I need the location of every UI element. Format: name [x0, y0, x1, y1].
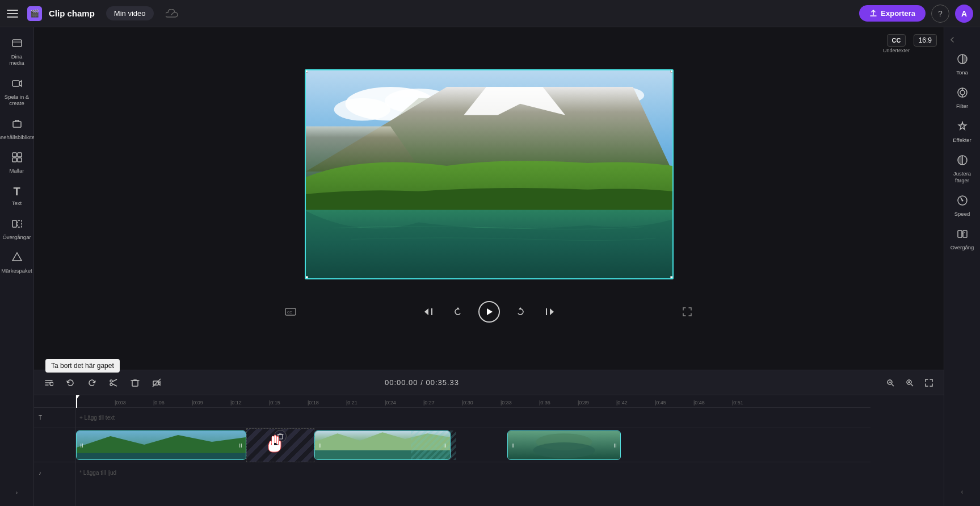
time-current: 00:00.00 — [385, 378, 418, 387]
sidebar-item-brand[interactable]: Märkespaket — [2, 247, 32, 278]
avatar-button[interactable]: A — [955, 5, 973, 23]
track-labels-column: T ♪ — [34, 395, 76, 506]
corner-handle-br[interactable] — [670, 276, 674, 279]
forward-button[interactable] — [511, 303, 529, 321]
text-track-icon: T — [39, 415, 42, 421]
right-panel-filter[interactable]: Filter — [946, 82, 979, 114]
zoom-out-button[interactable] — [882, 375, 898, 391]
sidebar-expand-button[interactable]: › — [16, 490, 18, 500]
video-frame — [306, 70, 672, 278]
audio-track-label: ♪ — [34, 462, 75, 483]
ruler-tick-16: |0:51 — [732, 400, 743, 405]
main-content: Dina media Spela in & create Innehållsbi… — [0, 27, 980, 506]
cut-button[interactable] — [106, 375, 121, 391]
time-total: / 00:35.33 — [420, 378, 459, 387]
svg-point-58 — [960, 90, 965, 95]
zoom-in-button[interactable] — [902, 375, 918, 391]
svg-line-41 — [891, 384, 894, 386]
delete-button[interactable] — [127, 375, 143, 391]
gap-delete-icon[interactable] — [274, 430, 287, 442]
export-button[interactable]: Exportera — [859, 5, 926, 22]
right-sidebar-collapse[interactable] — [944, 33, 980, 47]
svg-rect-8 — [12, 220, 16, 227]
clip-block-1[interactable]: ⏸ ⏸ — [76, 430, 246, 460]
templates-icon — [11, 152, 23, 166]
aspect-ratio-badge[interactable]: 16:9 — [914, 34, 937, 47]
gap-tooltip: Ta bort det här gapet — [45, 359, 120, 373]
library-icon — [11, 118, 23, 132]
video-preview-container[interactable] — [305, 69, 674, 279]
play-button[interactable] — [478, 301, 500, 323]
rewind-button[interactable] — [449, 303, 467, 321]
text-icon: T — [13, 185, 20, 198]
zoom-controls — [882, 375, 937, 391]
clip-block-2[interactable]: ⏸ ⏸ — [314, 430, 451, 460]
playback-controls: CC — [43, 295, 935, 328]
audio-track-icon: ♪ — [39, 470, 41, 476]
svg-rect-52 — [315, 450, 450, 459]
skip-forward-button[interactable] — [541, 303, 559, 321]
add-text-label[interactable]: + Lägg till text — [79, 415, 115, 421]
brand-label: Märkespaket — [1, 267, 32, 274]
clip-handle-right-1[interactable]: ⏸ — [238, 442, 243, 449]
svg-rect-4 — [12, 153, 16, 157]
project-name-button[interactable]: Min video — [106, 6, 154, 20]
undo-button[interactable] — [62, 375, 78, 391]
sidebar-item-templates[interactable]: Mallar — [2, 147, 32, 178]
redo-button[interactable] — [84, 375, 100, 391]
ruler-tick-3: |0:12 — [230, 400, 242, 405]
sidebar-item-transitions[interactable]: Övergångar — [2, 214, 32, 245]
right-panel-transition[interactable]: Övergång — [946, 224, 979, 255]
clip-handle-right-3[interactable]: ⏸ — [612, 442, 618, 449]
app-logo-icon: 🎬 — [27, 6, 42, 21]
right-panel-effects[interactable]: Effekter — [946, 116, 979, 148]
timeline-scroll-area[interactable]: |0:03 |0:06 |0:09 |0:12 |0:15 |0:18 |0:2… — [76, 395, 944, 506]
cloud-sync-icon — [165, 7, 179, 20]
fullscreen-button[interactable] — [678, 303, 696, 321]
sidebar-item-text[interactable]: T Text — [2, 181, 32, 211]
corner-handle-tr[interactable] — [670, 69, 674, 73]
media-label: Dina media — [4, 53, 30, 66]
captions-button[interactable]: CC — [281, 303, 300, 321]
sidebar-item-media[interactable]: Dina media — [2, 33, 32, 71]
clip-handle-right-2[interactable]: ⏸ — [442, 442, 448, 449]
playhead-line[interactable] — [76, 395, 77, 408]
detach-audio-button[interactable] — [149, 375, 165, 391]
ruler-label-spacer — [34, 395, 75, 408]
clip-handle-left-2[interactable]: ⏸ — [317, 442, 323, 449]
svg-marker-51 — [315, 432, 450, 450]
corner-handle-bl[interactable] — [305, 276, 308, 279]
tone-icon — [957, 53, 968, 68]
svg-rect-6 — [12, 158, 16, 162]
video-svg — [306, 70, 672, 278]
right-panel-color[interactable]: Justera färger — [946, 150, 979, 188]
snap-button[interactable] — [41, 375, 57, 391]
timeline-expand-button[interactable] — [921, 375, 937, 391]
svg-point-31 — [50, 382, 53, 386]
library-label: Innehållsbibliotek — [0, 134, 37, 140]
right-panel-tone[interactable]: Tona — [946, 49, 979, 80]
skip-back-button[interactable] — [419, 303, 438, 321]
filter-label: Filter — [956, 103, 968, 109]
svg-rect-1 — [12, 40, 22, 47]
gap-block[interactable] — [246, 428, 314, 462]
sidebar-item-library[interactable]: Innehållsbibliotek — [2, 114, 32, 145]
app-name-label: Clip champ — [49, 9, 95, 18]
help-button[interactable]: ? — [931, 5, 949, 23]
sidebar-item-record[interactable]: Spela in & create — [2, 73, 32, 111]
menu-icon[interactable] — [7, 7, 20, 20]
corner-handle-tl[interactable] — [305, 69, 308, 73]
svg-marker-26 — [456, 307, 460, 310]
transitions-icon — [11, 218, 23, 232]
right-sidebar-bottom-collapse[interactable]: ‹ — [961, 488, 964, 496]
ruler-tick-2: |0:09 — [192, 400, 203, 405]
clip-handle-left-3[interactable]: ⏸ — [510, 442, 516, 449]
add-audio-label[interactable]: * Lägga till ljud — [79, 470, 116, 476]
right-panel-speed[interactable]: Speed — [946, 190, 979, 221]
clip-block-3[interactable]: ⏸ ⏸ — [507, 430, 621, 460]
svg-marker-24 — [424, 308, 428, 315]
clip-handle-left-1[interactable]: ⏸ — [79, 442, 85, 449]
svg-point-33 — [110, 383, 112, 386]
subtitles-button[interactable]: CC Undertexter — [883, 34, 910, 53]
svg-rect-5 — [18, 153, 22, 157]
